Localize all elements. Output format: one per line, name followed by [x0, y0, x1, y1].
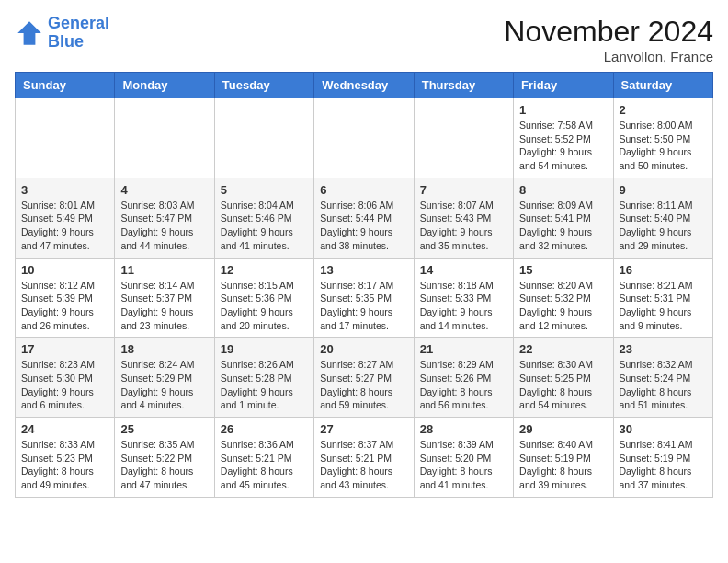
day-number: 21	[420, 342, 507, 356]
calendar-cell: 9Sunrise: 8:11 AM Sunset: 5:40 PM Daylig…	[613, 178, 712, 258]
day-number: 29	[519, 422, 607, 436]
calendar-cell: 7Sunrise: 8:07 AM Sunset: 5:43 PM Daylig…	[414, 178, 513, 258]
day-number: 30	[620, 422, 707, 436]
calendar-cell: 18Sunrise: 8:24 AM Sunset: 5:29 PM Dayli…	[115, 338, 214, 418]
calendar-cell: 20Sunrise: 8:27 AM Sunset: 5:27 PM Dayli…	[314, 338, 414, 418]
day-number: 10	[21, 263, 108, 277]
calendar-cell: 24Sunrise: 8:33 AM Sunset: 5:23 PM Dayli…	[16, 418, 115, 498]
calendar-cell: 22Sunrise: 8:30 AM Sunset: 5:25 PM Dayli…	[514, 338, 613, 418]
calendar-week-row: 17Sunrise: 8:23 AM Sunset: 5:30 PM Dayli…	[16, 338, 713, 418]
calendar-cell: 19Sunrise: 8:26 AM Sunset: 5:28 PM Dayli…	[214, 338, 313, 418]
day-info: Sunrise: 8:39 AM Sunset: 5:20 PM Dayligh…	[420, 438, 507, 492]
day-number: 2	[620, 103, 707, 117]
day-number: 24	[21, 422, 108, 436]
day-info: Sunrise: 8:26 AM Sunset: 5:28 PM Dayligh…	[221, 358, 308, 412]
day-info: Sunrise: 8:12 AM Sunset: 5:39 PM Dayligh…	[21, 279, 108, 333]
day-number: 6	[320, 183, 407, 197]
calendar-week-row: 10Sunrise: 8:12 AM Sunset: 5:39 PM Dayli…	[16, 258, 713, 338]
day-info: Sunrise: 8:03 AM Sunset: 5:47 PM Dayligh…	[120, 199, 208, 253]
calendar-cell: 25Sunrise: 8:35 AM Sunset: 5:22 PM Dayli…	[115, 418, 214, 498]
calendar-cell: 17Sunrise: 8:23 AM Sunset: 5:30 PM Dayli…	[16, 338, 115, 418]
weekday-header-saturday: Saturday	[613, 73, 712, 98]
day-number: 5	[221, 183, 308, 197]
day-number: 15	[519, 263, 607, 277]
page-header: General Blue November 2024 Lanvollon, Fr…	[15, 15, 713, 64]
day-number: 28	[420, 422, 507, 436]
calendar-cell: 8Sunrise: 8:09 AM Sunset: 5:41 PM Daylig…	[514, 178, 613, 258]
calendar-cell: 21Sunrise: 8:29 AM Sunset: 5:26 PM Dayli…	[414, 338, 513, 418]
day-info: Sunrise: 8:36 AM Sunset: 5:21 PM Dayligh…	[221, 438, 308, 492]
calendar-cell: 23Sunrise: 8:32 AM Sunset: 5:24 PM Dayli…	[613, 338, 712, 418]
day-number: 4	[120, 183, 208, 197]
calendar-cell: 30Sunrise: 8:41 AM Sunset: 5:19 PM Dayli…	[613, 418, 712, 498]
weekday-header-friday: Friday	[514, 73, 613, 98]
calendar-cell	[115, 98, 214, 178]
day-number: 27	[320, 422, 407, 436]
day-info: Sunrise: 8:32 AM Sunset: 5:24 PM Dayligh…	[620, 358, 707, 412]
logo-icon	[15, 18, 44, 48]
day-number: 14	[420, 263, 507, 277]
day-info: Sunrise: 8:04 AM Sunset: 5:46 PM Dayligh…	[221, 199, 308, 253]
day-info: Sunrise: 8:09 AM Sunset: 5:41 PM Dayligh…	[519, 199, 607, 253]
day-number: 19	[221, 342, 308, 356]
weekday-header-wednesday: Wednesday	[314, 73, 414, 98]
day-number: 3	[21, 183, 108, 197]
calendar-cell: 4Sunrise: 8:03 AM Sunset: 5:47 PM Daylig…	[115, 178, 214, 258]
day-info: Sunrise: 8:27 AM Sunset: 5:27 PM Dayligh…	[320, 358, 407, 412]
calendar-cell: 27Sunrise: 8:37 AM Sunset: 5:21 PM Dayli…	[314, 418, 414, 498]
day-info: Sunrise: 8:24 AM Sunset: 5:29 PM Dayligh…	[120, 358, 208, 412]
logo: General Blue	[15, 15, 109, 52]
calendar-cell	[16, 98, 115, 178]
day-info: Sunrise: 8:41 AM Sunset: 5:19 PM Dayligh…	[620, 438, 707, 492]
calendar-cell: 1Sunrise: 7:58 AM Sunset: 5:52 PM Daylig…	[514, 98, 613, 178]
calendar-cell: 28Sunrise: 8:39 AM Sunset: 5:20 PM Dayli…	[414, 418, 513, 498]
calendar-cell: 15Sunrise: 8:20 AM Sunset: 5:32 PM Dayli…	[514, 258, 613, 338]
day-info: Sunrise: 8:40 AM Sunset: 5:19 PM Dayligh…	[519, 438, 607, 492]
calendar-cell: 11Sunrise: 8:14 AM Sunset: 5:37 PM Dayli…	[115, 258, 214, 338]
calendar-cell: 5Sunrise: 8:04 AM Sunset: 5:46 PM Daylig…	[214, 178, 313, 258]
day-info: Sunrise: 8:00 AM Sunset: 5:50 PM Dayligh…	[620, 119, 707, 173]
day-number: 11	[120, 263, 208, 277]
day-info: Sunrise: 8:11 AM Sunset: 5:40 PM Dayligh…	[620, 199, 707, 253]
calendar-week-row: 24Sunrise: 8:33 AM Sunset: 5:23 PM Dayli…	[16, 418, 713, 498]
calendar-table: SundayMondayTuesdayWednesdayThursdayFrid…	[15, 72, 713, 498]
calendar-cell: 3Sunrise: 8:01 AM Sunset: 5:49 PM Daylig…	[16, 178, 115, 258]
calendar-cell: 16Sunrise: 8:21 AM Sunset: 5:31 PM Dayli…	[613, 258, 712, 338]
calendar-cell: 13Sunrise: 8:17 AM Sunset: 5:35 PM Dayli…	[314, 258, 414, 338]
calendar-header-row: SundayMondayTuesdayWednesdayThursdayFrid…	[16, 73, 713, 98]
day-info: Sunrise: 8:15 AM Sunset: 5:36 PM Dayligh…	[221, 279, 308, 333]
day-number: 22	[519, 342, 607, 356]
day-info: Sunrise: 8:14 AM Sunset: 5:37 PM Dayligh…	[120, 279, 208, 333]
day-number: 26	[221, 422, 308, 436]
weekday-header-monday: Monday	[115, 73, 214, 98]
month-title: November 2024	[504, 15, 713, 49]
day-number: 7	[420, 183, 507, 197]
calendar-cell	[214, 98, 313, 178]
calendar-cell	[414, 98, 513, 178]
calendar-week-row: 3Sunrise: 8:01 AM Sunset: 5:49 PM Daylig…	[16, 178, 713, 258]
day-info: Sunrise: 8:20 AM Sunset: 5:32 PM Dayligh…	[519, 279, 607, 333]
day-info: Sunrise: 8:33 AM Sunset: 5:23 PM Dayligh…	[21, 438, 108, 492]
svg-marker-0	[17, 21, 41, 45]
location: Lanvollon, France	[504, 49, 713, 64]
day-number: 23	[620, 342, 707, 356]
day-number: 18	[120, 342, 208, 356]
weekday-header-tuesday: Tuesday	[214, 73, 313, 98]
day-info: Sunrise: 8:29 AM Sunset: 5:26 PM Dayligh…	[420, 358, 507, 412]
day-info: Sunrise: 8:35 AM Sunset: 5:22 PM Dayligh…	[120, 438, 208, 492]
day-number: 16	[620, 263, 707, 277]
day-number: 20	[320, 342, 407, 356]
day-info: Sunrise: 8:17 AM Sunset: 5:35 PM Dayligh…	[320, 279, 407, 333]
day-number: 13	[320, 263, 407, 277]
day-number: 8	[519, 183, 607, 197]
calendar-cell: 10Sunrise: 8:12 AM Sunset: 5:39 PM Dayli…	[16, 258, 115, 338]
day-info: Sunrise: 8:18 AM Sunset: 5:33 PM Dayligh…	[420, 279, 507, 333]
logo-text: General Blue	[48, 15, 109, 52]
day-number: 25	[120, 422, 208, 436]
weekday-header-sunday: Sunday	[16, 73, 115, 98]
day-number: 17	[21, 342, 108, 356]
calendar-cell: 26Sunrise: 8:36 AM Sunset: 5:21 PM Dayli…	[214, 418, 313, 498]
day-number: 12	[221, 263, 308, 277]
logo-line2: Blue	[48, 32, 84, 51]
calendar-week-row: 1Sunrise: 7:58 AM Sunset: 5:52 PM Daylig…	[16, 98, 713, 178]
